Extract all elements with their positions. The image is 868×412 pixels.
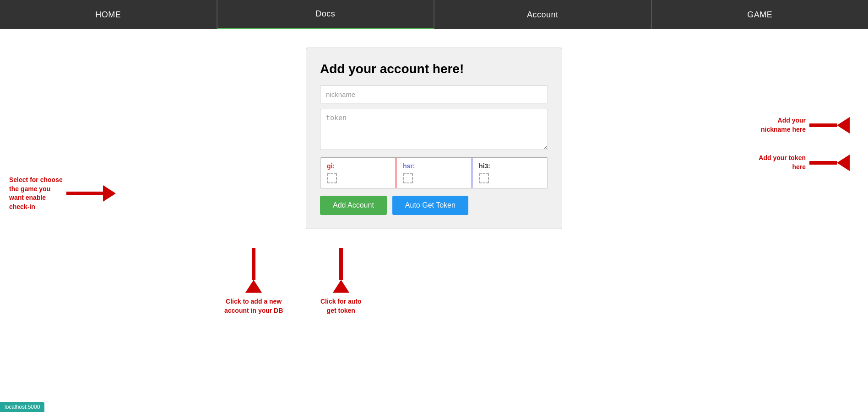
- nav-home[interactable]: HOME: [0, 0, 217, 29]
- game-checkbox-hsr[interactable]: [403, 173, 413, 183]
- add-account-button[interactable]: Add Account: [320, 196, 387, 215]
- arrow-add-account-icon: [245, 248, 262, 293]
- token-input[interactable]: [320, 109, 548, 150]
- game-checkbox-gi[interactable]: [327, 173, 337, 183]
- annotation-add-account: Click to add a newaccount in your DB: [224, 248, 283, 315]
- arrow-nickname-icon: [809, 117, 850, 134]
- annotation-game-text: Select for choosethe game youwant enable…: [9, 176, 63, 211]
- game-label-hi3: hi3:: [479, 162, 490, 170]
- annotation-nickname-text: Add yournickname here: [761, 116, 806, 134]
- nav-game[interactable]: GAME: [652, 0, 868, 29]
- navigation: HOME Docs Account GAME: [0, 0, 868, 29]
- game-label-hsr: hsr:: [403, 162, 415, 170]
- card-title: Add your account here!: [320, 62, 548, 76]
- annotation-game: Select for choosethe game youwant enable…: [9, 176, 116, 211]
- nickname-input[interactable]: [320, 86, 548, 103]
- arrow-token-icon: [809, 155, 850, 171]
- annotation-token: Add your tokenhere: [759, 154, 850, 171]
- annotation-auto-token-text: Click for autoget token: [320, 297, 361, 315]
- game-col-hsr: hsr:: [396, 158, 472, 188]
- buttons-row: Add Account Auto Get Token: [320, 196, 548, 215]
- auto-get-token-button[interactable]: Auto Get Token: [392, 196, 468, 215]
- arrow-auto-token-icon: [333, 248, 349, 293]
- game-col-gi: gi:: [320, 158, 396, 188]
- games-row: gi: hsr: hi3:: [320, 157, 548, 188]
- annotation-token-text: Add your tokenhere: [759, 154, 806, 171]
- annotation-nickname: Add yournickname here: [761, 116, 850, 134]
- nav-account[interactable]: Account: [434, 0, 652, 29]
- status-bar: localhost:5000: [0, 402, 44, 412]
- main-content: Add your account here! gi: hsr: hi3: Add…: [0, 29, 868, 229]
- nav-docs[interactable]: Docs: [217, 0, 435, 29]
- game-label-gi: gi:: [327, 162, 335, 170]
- annotation-add-account-text: Click to add a newaccount in your DB: [224, 297, 283, 315]
- arrow-game-icon: [66, 185, 116, 202]
- annotation-auto-token: Click for autoget token: [320, 248, 361, 315]
- game-checkbox-hi3[interactable]: [479, 173, 489, 183]
- game-col-hi3: hi3:: [472, 158, 548, 188]
- account-card: Add your account here! gi: hsr: hi3: Add…: [306, 48, 562, 229]
